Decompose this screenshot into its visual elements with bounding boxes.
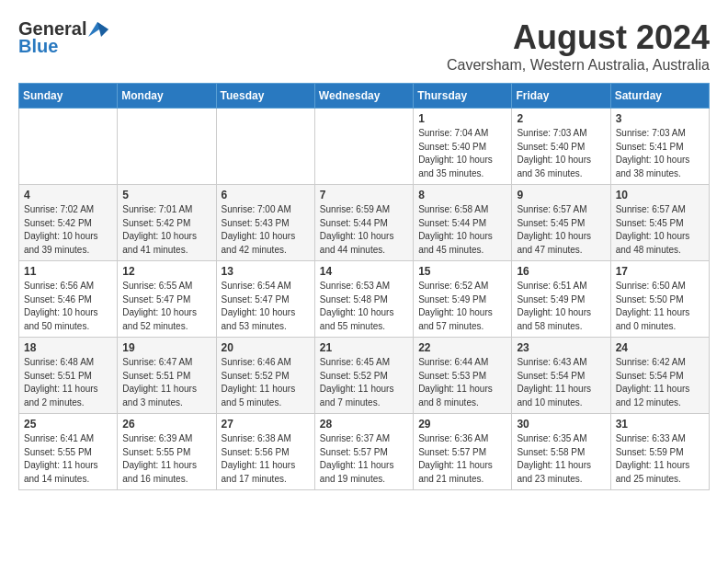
day-info: Sunrise: 7:00 AM Sunset: 5:43 PM Dayligh… bbox=[222, 203, 310, 257]
day-info: Sunrise: 7:03 AM Sunset: 5:40 PM Dayligh… bbox=[517, 127, 605, 180]
day-info: Sunrise: 6:52 AM Sunset: 5:49 PM Dayligh… bbox=[418, 280, 506, 333]
calendar-cell: 17Sunrise: 6:50 AM Sunset: 5:50 PM Dayli… bbox=[610, 261, 709, 338]
day-number: 4 bbox=[24, 189, 112, 201]
day-info: Sunrise: 6:57 AM Sunset: 5:45 PM Dayligh… bbox=[517, 203, 605, 257]
day-number: 3 bbox=[616, 112, 704, 125]
calendar-cell: 15Sunrise: 6:52 AM Sunset: 5:49 PM Dayli… bbox=[414, 261, 512, 338]
day-number: 28 bbox=[320, 418, 408, 431]
title-block: August 2024 Caversham, Western Australia… bbox=[447, 18, 710, 74]
day-number: 10 bbox=[616, 189, 704, 201]
day-info: Sunrise: 6:43 AM Sunset: 5:54 PM Dayligh… bbox=[517, 356, 605, 409]
day-number: 8 bbox=[418, 189, 506, 201]
week-row-2: 4Sunrise: 7:02 AM Sunset: 5:42 PM Daylig… bbox=[19, 185, 710, 261]
day-info: Sunrise: 6:50 AM Sunset: 5:50 PM Dayligh… bbox=[616, 280, 704, 333]
logo-bird-icon bbox=[88, 22, 108, 37]
calendar-cell: 18Sunrise: 6:48 AM Sunset: 5:51 PM Dayli… bbox=[19, 338, 118, 414]
day-info: Sunrise: 6:59 AM Sunset: 5:44 PM Dayligh… bbox=[320, 203, 408, 257]
calendar-cell: 13Sunrise: 6:54 AM Sunset: 5:47 PM Dayli… bbox=[216, 261, 314, 338]
day-info: Sunrise: 6:33 AM Sunset: 5:59 PM Dayligh… bbox=[616, 432, 704, 486]
day-number: 13 bbox=[222, 265, 310, 278]
day-info: Sunrise: 6:55 AM Sunset: 5:47 PM Dayligh… bbox=[122, 280, 210, 333]
day-header-tuesday: Tuesday bbox=[216, 84, 314, 109]
calendar-cell: 25Sunrise: 6:41 AM Sunset: 5:55 PM Dayli… bbox=[19, 414, 118, 490]
calendar-cell: 22Sunrise: 6:44 AM Sunset: 5:53 PM Dayli… bbox=[414, 338, 512, 414]
calendar-cell: 23Sunrise: 6:43 AM Sunset: 5:54 PM Dayli… bbox=[512, 338, 610, 414]
day-number: 22 bbox=[418, 341, 506, 354]
week-row-3: 11Sunrise: 6:56 AM Sunset: 5:46 PM Dayli… bbox=[19, 261, 710, 338]
day-header-sunday: Sunday bbox=[19, 84, 118, 109]
day-number: 27 bbox=[222, 418, 310, 431]
calendar-table: SundayMondayTuesdayWednesdayThursdayFrid… bbox=[18, 83, 710, 490]
day-header-monday: Monday bbox=[118, 84, 216, 109]
day-number: 26 bbox=[122, 418, 210, 431]
day-info: Sunrise: 6:57 AM Sunset: 5:45 PM Dayligh… bbox=[616, 203, 704, 257]
calendar-cell: 29Sunrise: 6:36 AM Sunset: 5:57 PM Dayli… bbox=[414, 414, 512, 490]
day-info: Sunrise: 6:51 AM Sunset: 5:49 PM Dayligh… bbox=[517, 280, 605, 333]
day-number: 25 bbox=[24, 418, 112, 431]
calendar-cell: 16Sunrise: 6:51 AM Sunset: 5:49 PM Dayli… bbox=[512, 261, 610, 338]
days-header-row: SundayMondayTuesdayWednesdayThursdayFrid… bbox=[19, 84, 710, 109]
day-info: Sunrise: 6:56 AM Sunset: 5:46 PM Dayligh… bbox=[24, 280, 112, 333]
day-info: Sunrise: 7:02 AM Sunset: 5:42 PM Dayligh… bbox=[24, 203, 112, 257]
day-info: Sunrise: 6:54 AM Sunset: 5:47 PM Dayligh… bbox=[222, 280, 310, 333]
day-header-wednesday: Wednesday bbox=[314, 84, 413, 109]
day-info: Sunrise: 6:36 AM Sunset: 5:57 PM Dayligh… bbox=[418, 432, 506, 486]
day-number: 23 bbox=[517, 341, 605, 354]
day-info: Sunrise: 7:04 AM Sunset: 5:40 PM Dayligh… bbox=[418, 127, 506, 180]
day-number: 15 bbox=[418, 265, 506, 278]
day-info: Sunrise: 6:38 AM Sunset: 5:56 PM Dayligh… bbox=[222, 432, 310, 486]
calendar-cell: 6Sunrise: 7:00 AM Sunset: 5:43 PM Daylig… bbox=[216, 185, 314, 261]
day-number: 7 bbox=[320, 189, 408, 201]
calendar-cell: 26Sunrise: 6:39 AM Sunset: 5:55 PM Dayli… bbox=[118, 414, 216, 490]
day-number: 1 bbox=[418, 112, 506, 125]
day-info: Sunrise: 7:01 AM Sunset: 5:42 PM Dayligh… bbox=[122, 203, 210, 257]
day-number: 19 bbox=[122, 341, 210, 354]
day-number: 17 bbox=[616, 265, 704, 278]
day-number: 5 bbox=[122, 189, 210, 201]
calendar-cell: 9Sunrise: 6:57 AM Sunset: 5:45 PM Daylig… bbox=[512, 185, 610, 261]
day-info: Sunrise: 6:44 AM Sunset: 5:53 PM Dayligh… bbox=[418, 356, 506, 409]
calendar-cell: 3Sunrise: 7:03 AM Sunset: 5:41 PM Daylig… bbox=[610, 109, 709, 185]
day-header-thursday: Thursday bbox=[414, 84, 512, 109]
day-number: 9 bbox=[517, 189, 605, 201]
day-info: Sunrise: 6:58 AM Sunset: 5:44 PM Dayligh… bbox=[418, 203, 506, 257]
day-info: Sunrise: 6:35 AM Sunset: 5:58 PM Dayligh… bbox=[517, 432, 605, 486]
day-number: 11 bbox=[24, 265, 112, 278]
calendar-cell: 30Sunrise: 6:35 AM Sunset: 5:58 PM Dayli… bbox=[512, 414, 610, 490]
day-number: 6 bbox=[222, 189, 310, 201]
calendar-cell: 12Sunrise: 6:55 AM Sunset: 5:47 PM Dayli… bbox=[118, 261, 216, 338]
calendar-cell: 21Sunrise: 6:45 AM Sunset: 5:52 PM Dayli… bbox=[314, 338, 413, 414]
day-info: Sunrise: 6:41 AM Sunset: 5:55 PM Dayligh… bbox=[24, 432, 112, 486]
calendar-cell bbox=[19, 109, 118, 185]
day-info: Sunrise: 6:53 AM Sunset: 5:48 PM Dayligh… bbox=[320, 280, 408, 333]
calendar-cell: 10Sunrise: 6:57 AM Sunset: 5:45 PM Dayli… bbox=[610, 185, 709, 261]
day-number: 30 bbox=[517, 418, 605, 431]
day-number: 21 bbox=[320, 341, 408, 354]
day-number: 16 bbox=[517, 265, 605, 278]
day-number: 20 bbox=[222, 341, 310, 354]
calendar-cell: 27Sunrise: 6:38 AM Sunset: 5:56 PM Dayli… bbox=[216, 414, 314, 490]
day-number: 29 bbox=[418, 418, 506, 431]
week-row-1: 1Sunrise: 7:04 AM Sunset: 5:40 PM Daylig… bbox=[19, 109, 710, 185]
calendar-cell: 4Sunrise: 7:02 AM Sunset: 5:42 PM Daylig… bbox=[19, 185, 118, 261]
calendar-cell: 31Sunrise: 6:33 AM Sunset: 5:59 PM Dayli… bbox=[610, 414, 709, 490]
day-number: 31 bbox=[616, 418, 704, 431]
week-row-5: 25Sunrise: 6:41 AM Sunset: 5:55 PM Dayli… bbox=[19, 414, 710, 490]
week-row-4: 18Sunrise: 6:48 AM Sunset: 5:51 PM Dayli… bbox=[19, 338, 710, 414]
logo: General Blue bbox=[18, 18, 108, 57]
calendar-cell: 20Sunrise: 6:46 AM Sunset: 5:52 PM Dayli… bbox=[216, 338, 314, 414]
day-info: Sunrise: 6:46 AM Sunset: 5:52 PM Dayligh… bbox=[222, 356, 310, 409]
day-number: 18 bbox=[24, 341, 112, 354]
day-info: Sunrise: 7:03 AM Sunset: 5:41 PM Dayligh… bbox=[616, 127, 704, 180]
page-header: General Blue August 2024 Caversham, West… bbox=[18, 18, 710, 74]
calendar-cell: 7Sunrise: 6:59 AM Sunset: 5:44 PM Daylig… bbox=[314, 185, 413, 261]
day-info: Sunrise: 6:48 AM Sunset: 5:51 PM Dayligh… bbox=[24, 356, 112, 409]
day-number: 14 bbox=[320, 265, 408, 278]
calendar-cell: 24Sunrise: 6:42 AM Sunset: 5:54 PM Dayli… bbox=[610, 338, 709, 414]
day-number: 24 bbox=[616, 341, 704, 354]
subtitle: Caversham, Western Australia, Australia bbox=[447, 57, 710, 74]
day-header-saturday: Saturday bbox=[610, 84, 709, 109]
day-info: Sunrise: 6:39 AM Sunset: 5:55 PM Dayligh… bbox=[122, 432, 210, 486]
day-info: Sunrise: 6:37 AM Sunset: 5:57 PM Dayligh… bbox=[320, 432, 408, 486]
logo-blue: Blue bbox=[18, 36, 58, 57]
